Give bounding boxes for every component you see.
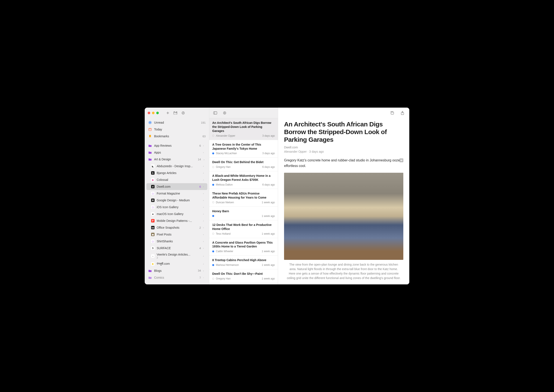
feed-favicon: ◼ xyxy=(151,233,155,236)
feed-favicon: S xyxy=(151,246,155,250)
article-list-item[interactable]: These New Prefab ADUs Promise Affordable… xyxy=(209,189,278,207)
sidebar-item-today[interactable]: Today xyxy=(146,126,207,133)
sidebar-list[interactable]: Unread 191 Today Bookmarks 63 xyxy=(145,118,209,284)
sidebar-label: Comics xyxy=(154,276,197,279)
svg-point-6 xyxy=(223,112,226,114)
feed-label: Pixel Posts xyxy=(157,233,201,236)
sidebar-feed-item[interactable]: ◆ Colossal › xyxy=(146,176,207,183)
article-item-author: Tess Holland xyxy=(216,232,260,235)
article-list-toolbar xyxy=(209,108,278,118)
sidebar-label: Art & Design xyxy=(154,158,196,161)
fullscreen-window-button[interactable] xyxy=(156,112,159,114)
sidebar-feed-item[interactable]: ⌄ Veerle's Design Articles...2 › xyxy=(146,252,207,260)
sidebar-item-unread[interactable]: Unread 191 xyxy=(146,119,207,126)
article-item-author: Gregory Han xyxy=(216,166,260,168)
article-list-item[interactable]: A Black-and-White Midcentury Home in a L… xyxy=(209,171,278,189)
feed-label: Colossal xyxy=(157,178,201,182)
svg-rect-8 xyxy=(391,112,394,114)
sidebar-folder-app-reviews[interactable]: App Reviews 6 › xyxy=(146,142,207,149)
toggle-sidebar-button[interactable] xyxy=(212,110,218,116)
sidebar-folder-comics[interactable]: Comics 3 › xyxy=(146,274,207,281)
article-item-date: 1 week ago xyxy=(262,232,275,235)
add-button[interactable] xyxy=(165,110,171,116)
feed-label: Bjango Articles xyxy=(157,171,201,175)
feed-favicon: b xyxy=(151,171,155,175)
sidebar-feed-item[interactable]: d Dwell.com 6 › xyxy=(146,183,207,190)
mercury-badge: M xyxy=(399,158,403,162)
article-list-item[interactable]: A Rammed-Earth Home in Texas Echoes the … xyxy=(209,283,278,284)
article-list-item[interactable]: A Concrete and Glass Pavilion Opens This… xyxy=(209,238,278,256)
chevron-right-icon: › xyxy=(203,255,206,257)
sidebar-item-bookmarks[interactable]: Bookmarks 63 xyxy=(146,133,207,140)
sidebar-feed-item[interactable]: ◌ ShirtShanks › xyxy=(146,238,207,245)
feed-favicon: ◐ xyxy=(151,262,155,266)
feed-favicon: ■ xyxy=(151,212,155,216)
sidebar-label: Blogs xyxy=(154,269,196,273)
sidebar-feed-item[interactable]: ◼ Pixel Posts › xyxy=(146,231,207,238)
folder-icon xyxy=(148,269,152,273)
content-pane: An Architect's South African Digs Borrow… xyxy=(278,108,409,284)
minimize-window-button[interactable] xyxy=(152,112,155,114)
sidebar-count: 63 xyxy=(203,135,206,138)
article-title: An Architect's South African Digs Borrow… xyxy=(284,120,403,143)
sidebar-folder-art-design[interactable]: Art & Design 14 ⌄ xyxy=(146,156,207,163)
chevron-right-icon: › xyxy=(203,144,206,147)
feed-count: 4 xyxy=(199,247,201,250)
sidebar-feed-item[interactable]: S SURFACE 4 › xyxy=(146,245,207,252)
feed-label: SURFACE xyxy=(157,246,197,250)
article-list[interactable]: An Architect's South African Digs Borrow… xyxy=(209,118,278,284)
article-list-item[interactable]: 12 Desks That Work Best for a Productive… xyxy=(209,220,278,238)
article-caption: The view from the open-plan lounge and d… xyxy=(284,262,403,280)
chevron-right-icon: › xyxy=(203,206,206,208)
share-button[interactable] xyxy=(399,110,405,116)
feed-favicon: ◌ xyxy=(151,239,155,243)
sidebar-folder-apps[interactable]: Apps › xyxy=(146,149,207,156)
article-list-item[interactable]: Dwell On This: Get Behind the Bidet Greg… xyxy=(209,158,278,171)
chevron-right-icon: › xyxy=(203,247,206,249)
read-dot-icon xyxy=(212,278,214,280)
feed-favicon: ⌄ xyxy=(151,254,155,258)
article-list-item[interactable]: 8 Treetop Cabins Perched High Above Mari… xyxy=(209,256,278,269)
sidebar-feed-item[interactable]: os Office Snapshots 2 › xyxy=(146,224,207,231)
feed-favicon: ◆ xyxy=(151,178,155,182)
article-list-item[interactable]: Dwell On This: Don't Be Shy—Paint Gregor… xyxy=(209,269,278,283)
chevron-right-icon: › xyxy=(203,165,206,167)
read-dot-icon xyxy=(212,135,214,137)
article-item-date: 3 days ago xyxy=(262,152,275,155)
sidebar-folder-blogs[interactable]: Blogs 34 › xyxy=(146,267,207,274)
sidebar-feed-item[interactable]: ◐ रंगभूमी.com › xyxy=(146,260,207,267)
sidebar-feed-item[interactable]: ◌ iOS Icon Gallery › xyxy=(146,204,207,210)
article-item-title: A Concrete and Glass Pavilion Opens This… xyxy=(212,241,275,249)
mark-all-read-button[interactable] xyxy=(222,110,228,116)
read-dot-icon xyxy=(212,166,214,168)
article-content[interactable]: An Architect's South African Digs Borrow… xyxy=(278,118,409,284)
refresh-button[interactable] xyxy=(180,110,186,116)
article-item-date: 1 week ago xyxy=(262,277,275,280)
article-item-title: Dwell On This: Get Behind the Bidet xyxy=(212,160,275,164)
article-item-date: 1 week ago xyxy=(262,215,275,217)
open-window-button[interactable] xyxy=(389,110,395,116)
feed-label: iOS Icon Gallery xyxy=(157,205,201,209)
chevron-right-icon: › xyxy=(203,199,206,202)
folder-settings-button[interactable] xyxy=(173,110,179,116)
article-list-item[interactable]: An Architect's South African Digs Borrow… xyxy=(209,118,278,140)
sidebar-feed-item[interactable]: ■ macOS Icon Gallery › xyxy=(146,210,207,217)
chevron-right-icon: › xyxy=(203,178,206,181)
article-item-author: Melissa Dalton xyxy=(216,183,260,186)
article-list-item[interactable]: Honey Barn 1 week ago xyxy=(209,207,278,220)
article-list-item[interactable]: A Tree Grows in the Center of This Japan… xyxy=(209,140,278,158)
sidebar-feed-item[interactable]: M Google Design - Medium › xyxy=(146,197,207,204)
feed-label: ShirtShanks xyxy=(157,239,201,243)
sidebar-feed-item[interactable]: b Bjango Articles › xyxy=(146,169,207,176)
article-item-author: Duncan Nielsen xyxy=(216,201,260,204)
sidebar-toolbar xyxy=(145,108,209,118)
feed-label: Mobile Design Patterns -... xyxy=(157,219,201,223)
sidebar-feed-item[interactable]: ◣ Abduzeedo - Design Insp... › xyxy=(146,163,207,169)
sidebar-feed-item[interactable]: P Mobile Design Patterns -... › xyxy=(146,217,207,224)
sidebar-feed-item[interactable]: ◌ Format Magazine › xyxy=(146,190,207,197)
sidebar-count: 14 xyxy=(198,158,201,161)
article-item-title: Dwell On This: Don't Be Shy—Paint xyxy=(212,272,275,276)
chevron-right-icon: › xyxy=(203,151,206,154)
svg-point-3 xyxy=(149,122,151,123)
close-window-button[interactable] xyxy=(148,112,150,114)
